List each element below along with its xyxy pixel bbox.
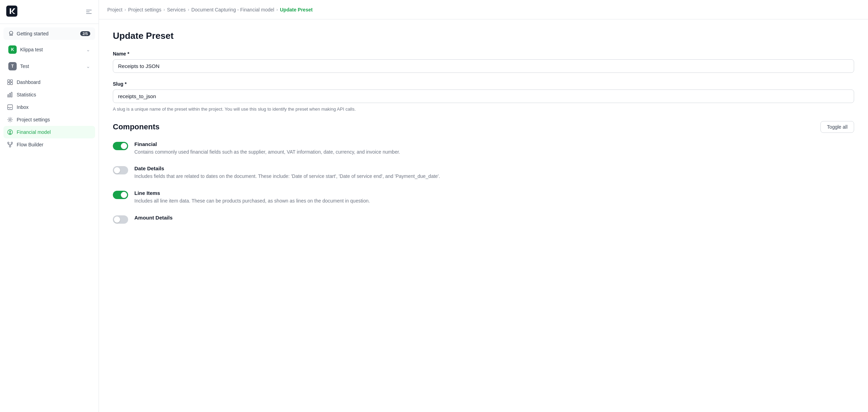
sidebar-toggle-icon[interactable]	[85, 8, 92, 15]
line-items-name: Line Items	[134, 190, 370, 196]
component-amount-details: Amount Details	[113, 215, 854, 224]
financial-text: Financial Contains commonly used financi…	[134, 141, 400, 156]
name-input[interactable]	[113, 59, 854, 73]
breadcrumb-project-settings[interactable]: Project settings	[128, 7, 161, 12]
svg-rect-5	[10, 80, 12, 82]
svg-rect-4	[8, 80, 10, 82]
financial-toggle[interactable]	[113, 142, 128, 150]
page-title: Update Preset	[113, 31, 854, 41]
nav-section: Dashboard Statistics Inbox	[0, 75, 99, 152]
workspace-klippa[interactable]: K Klippa test ⌄	[3, 42, 95, 57]
line-items-toggle[interactable]	[113, 191, 128, 199]
svg-rect-10	[11, 92, 12, 97]
sidebar-item-statistics-label: Statistics	[17, 92, 36, 97]
breadcrumb-sep-3: ›	[188, 7, 189, 12]
name-label: Name *	[113, 51, 854, 57]
toggle-all-button[interactable]: Toggle all	[820, 121, 854, 133]
getting-started-bar[interactable]: Getting started 2/5	[3, 27, 95, 40]
flow-icon	[7, 141, 13, 148]
breadcrumb-update-preset[interactable]: Update Preset	[280, 7, 312, 12]
svg-rect-11	[8, 105, 12, 110]
svg-rect-7	[10, 83, 12, 85]
sidebar-item-flow-builder[interactable]: Flow Builder	[3, 138, 95, 151]
sidebar-item-dashboard[interactable]: Dashboard	[3, 76, 95, 88]
sidebar-item-financial-model[interactable]: Financial model	[3, 126, 95, 138]
amount-details-toggle-thumb	[114, 216, 120, 223]
chevron-down-icon-test: ⌄	[86, 63, 90, 69]
line-items-toggle-thumb	[121, 192, 127, 198]
sidebar-item-project-settings[interactable]: Project settings	[3, 113, 95, 126]
workspace-test[interactable]: T Test ⌄	[3, 59, 95, 74]
sidebar-item-project-settings-label: Project settings	[17, 117, 50, 122]
component-financial: Financial Contains commonly used financi…	[113, 141, 854, 156]
inbox-icon	[7, 104, 13, 110]
line-items-desc: Includes all line item data. These can b…	[134, 197, 370, 205]
svg-rect-3	[86, 13, 92, 14]
main-content: Project › Project settings › Services › …	[99, 0, 868, 412]
workspace-test-label: Test	[20, 63, 29, 69]
components-title: Components	[113, 122, 159, 131]
date-details-text: Date Details Includes fields that are re…	[134, 165, 440, 180]
logo[interactable]	[6, 6, 17, 18]
slug-input[interactable]	[113, 89, 854, 103]
date-details-toggle[interactable]	[113, 166, 128, 174]
svg-rect-9	[9, 93, 10, 97]
line-items-text: Line Items Includes all line item data. …	[134, 190, 370, 205]
sidebar: Getting started 2/5 K Klippa test ⌄ T Te…	[0, 0, 99, 412]
amount-details-text: Amount Details	[134, 215, 173, 222]
breadcrumb-sep-4: ›	[276, 7, 278, 12]
getting-started-label: Getting started	[17, 31, 49, 36]
financial-desc: Contains commonly used financial fields …	[134, 148, 400, 156]
dashboard-icon	[7, 79, 13, 85]
date-details-desc: Includes fields that are related to date…	[134, 173, 440, 180]
financial-icon	[7, 129, 13, 135]
statistics-icon	[7, 92, 13, 98]
sidebar-header	[0, 0, 99, 24]
component-date-details: Date Details Includes fields that are re…	[113, 165, 854, 180]
financial-name: Financial	[134, 141, 400, 147]
slug-form-group: Slug * A slug is a unique name of the pr…	[113, 81, 854, 113]
topbar: Project › Project settings › Services › …	[99, 0, 868, 19]
rocket-icon	[8, 31, 14, 36]
amount-details-name: Amount Details	[134, 215, 173, 221]
sidebar-item-flow-builder-label: Flow Builder	[17, 142, 43, 147]
components-header: Components Toggle all	[113, 121, 854, 133]
slug-label: Slug *	[113, 81, 854, 87]
svg-point-12	[9, 119, 11, 121]
sidebar-item-inbox-label: Inbox	[17, 104, 28, 110]
breadcrumb-sep-1: ›	[125, 7, 126, 12]
breadcrumb-sep-2: ›	[164, 7, 165, 12]
name-form-group: Name *	[113, 51, 854, 73]
page-body: Update Preset Name * Slug * A slug is a …	[99, 19, 868, 412]
settings-icon	[7, 117, 13, 123]
slug-hint: A slug is a unique name of the preset wi…	[113, 106, 854, 113]
sidebar-item-statistics[interactable]: Statistics	[3, 88, 95, 101]
sidebar-item-financial-model-label: Financial model	[17, 129, 51, 135]
getting-started-badge: 2/5	[80, 31, 90, 36]
svg-rect-2	[86, 11, 90, 12]
breadcrumb-doc-capturing[interactable]: Document Capturing - Financial model	[191, 7, 274, 12]
workspace-klippa-label: Klippa test	[20, 47, 43, 52]
svg-rect-1	[86, 10, 92, 10]
sidebar-item-inbox[interactable]: Inbox	[3, 101, 95, 113]
financial-toggle-thumb	[121, 143, 127, 149]
breadcrumb-project[interactable]: Project	[107, 7, 123, 12]
breadcrumb-services[interactable]: Services	[167, 7, 186, 12]
component-line-items: Line Items Includes all line item data. …	[113, 190, 854, 205]
avatar-test: T	[8, 62, 17, 70]
amount-details-toggle[interactable]	[113, 215, 128, 224]
svg-rect-6	[8, 83, 10, 85]
avatar-klippa: K	[8, 45, 17, 54]
date-details-name: Date Details	[134, 165, 440, 171]
sidebar-item-dashboard-label: Dashboard	[17, 79, 41, 85]
svg-rect-8	[8, 95, 9, 97]
chevron-down-icon: ⌄	[86, 47, 90, 52]
